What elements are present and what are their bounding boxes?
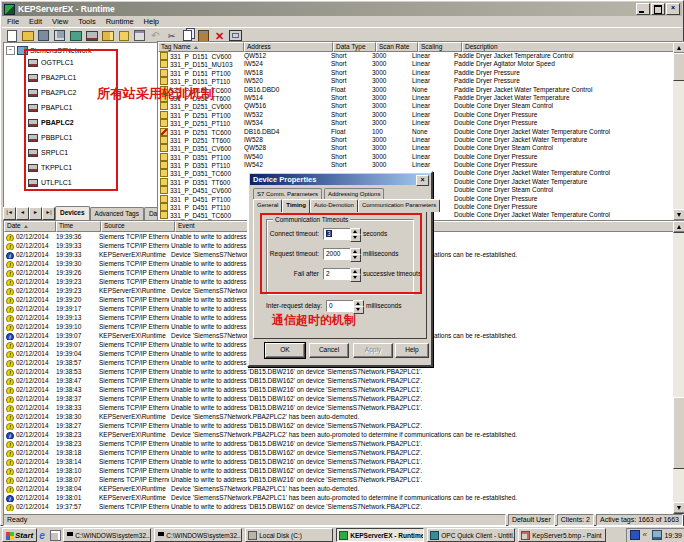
table-row[interactable]: 331_P_D351_PT110 IW542 Short 3000 Linear… [158, 161, 673, 169]
event-row[interactable]: 02/12/2014 19:38:27 Siemens TCP/IP Ether… [4, 421, 673, 430]
tree-item-device[interactable]: OGTPLC1 [28, 57, 74, 68]
spin-down-button[interactable] [350, 234, 361, 242]
event-row[interactable]: 02/12/2014 19:38:30 KEPServerEX\Runtime … [4, 412, 673, 421]
event-row[interactable]: 02/12/2014 19:38:37 Siemens TCP/IP Ether… [4, 394, 673, 403]
table-row[interactable]: 331_P_D151_TC600 DB16.DBD0 Float 3000 No… [158, 86, 673, 94]
tab-auto-demotion[interactable]: Auto-Demotion [310, 199, 358, 212]
tab-devices[interactable]: Devices [55, 206, 90, 220]
field-input[interactable]: 2000 [323, 248, 351, 260]
event-row[interactable]: 02/12/2014 19:38:33 Siemens TCP/IP Ether… [4, 403, 673, 412]
taskbar-cmd-1[interactable]: C:\WINDOWS\system32... [63, 528, 151, 542]
column-header-scan-rate[interactable]: Scan Rate [376, 42, 418, 52]
column-header-description[interactable]: Description [462, 42, 684, 52]
minimize-button[interactable] [636, 3, 650, 15]
cancel-button[interactable]: Cancel [309, 343, 349, 358]
taskbar-paint[interactable]: KepServer5.bmp - Paint [518, 528, 606, 542]
tree-item-device[interactable]: PBA2PLC2 [28, 87, 76, 98]
dialog-close-button[interactable]: × [416, 175, 429, 186]
tab-data-logger[interactable]: Data Lo [144, 207, 157, 220]
column-header-tag-name[interactable]: Tag Name [158, 42, 244, 52]
scroll-up-button[interactable] [673, 221, 684, 233]
menu-tools[interactable]: Tools [73, 17, 101, 26]
taskbar-cmd-2[interactable]: C:\WINDOWS\system32... [154, 528, 242, 542]
table-row[interactable]: 331_P_D151_TT600 IW514 Short 3000 Linear… [158, 94, 673, 102]
event-log-scrollbar[interactable] [673, 221, 684, 514]
tree-item-device[interactable]: PBBPLC1 [28, 132, 73, 143]
taskbar-opc-quick-client[interactable]: OPC Quick Client - Untitl... [427, 528, 515, 542]
tab-s7-comm-parameters[interactable]: S7 Comm. Parameters [253, 188, 322, 199]
menu-view[interactable]: View [47, 17, 73, 26]
event-row[interactable]: 02/12/2014 19:38:04 KEPServerEX\Runtime … [4, 484, 673, 493]
tree-item-device[interactable]: UTLPLC1 [28, 177, 72, 188]
column-header-time[interactable]: Time [56, 221, 101, 232]
menu-file[interactable]: File [2, 17, 24, 26]
scrollbar-thumb[interactable] [673, 53, 684, 81]
event-row[interactable]: 02/12/2014 19:38:23 Siemens TCP/IP Ether… [4, 439, 673, 448]
tree-item-device[interactable]: PBAPLC2 [28, 117, 74, 128]
save-as-icon[interactable] [52, 29, 67, 42]
table-row[interactable]: 331_P_D151_CV600 QW512 Short 3000 Linear… [158, 52, 673, 60]
dialog-title-bar[interactable]: Device Properties [250, 174, 430, 185]
column-header-data-type[interactable]: Data Type [333, 42, 376, 52]
quick-launch-show-desktop-icon[interactable] [50, 530, 61, 541]
save-project-icon[interactable] [36, 29, 51, 42]
start-button[interactable]: Start [2, 528, 37, 542]
table-row[interactable]: 331_P_D351_PT100 IW540 Short 3000 Linear… [158, 153, 673, 161]
table-row[interactable]: 331_P_D251_CV600 QW516 Short 3000 Linear… [158, 102, 673, 110]
tab-scroll-first-button[interactable]: |◄ [3, 207, 16, 220]
quick-launch-browser-icon[interactable]: e [39, 531, 48, 540]
network-icon[interactable] [652, 530, 662, 540]
properties-icon[interactable] [132, 29, 147, 42]
table-row[interactable]: 331_P_D251_TT600 IW528 Short 3000 Linear… [158, 136, 673, 144]
collapse-chevron-icon[interactable]: « [642, 531, 650, 539]
tab-addressing-options[interactable]: Addressing Options [324, 188, 384, 199]
menu-help[interactable]: Help [139, 17, 164, 26]
event-row[interactable]: 02/12/2014 19:38:14 Siemens TCP/IP Ether… [4, 457, 673, 466]
field-input[interactable]: 3 [323, 228, 351, 240]
restore-button[interactable] [651, 3, 665, 15]
tag-table-scrollbar[interactable] [673, 42, 684, 221]
event-row[interactable]: 02/12/2014 19:38:18 Siemens TCP/IP Ether… [4, 448, 673, 457]
tree-item-device[interactable]: PBAPLC1 [28, 102, 73, 113]
table-row[interactable]: 331_P_D151_PT100 IW518 Short 3000 Linear… [158, 69, 673, 77]
event-row[interactable]: 02/12/2014 19:38:47 Siemens TCP/IP Ether… [4, 376, 673, 385]
tab-scroll-prev-button[interactable]: ◄ [16, 207, 29, 220]
table-row[interactable]: 331_P_D151_PT110 IW520 Short 3000 Linear… [158, 77, 673, 85]
tree-item-device[interactable]: PBA2PLC1 [28, 72, 76, 83]
taskbar-kepserverex[interactable]: KEPServerEX - Runtime [336, 528, 424, 542]
column-header-date[interactable]: Date [4, 221, 56, 232]
apply-button[interactable]: Apply [353, 343, 393, 358]
table-row[interactable]: 331_P_D251_PT110 IW534 Short 3000 Linear… [158, 119, 673, 127]
table-row[interactable]: 331_P_D351_CV600 QW528 Short 3000 Linear… [158, 144, 673, 152]
event-row[interactable]: 02/12/2014 19:38:43 Siemens TCP/IP Ether… [4, 385, 673, 394]
new-project-icon[interactable] [4, 29, 19, 42]
close-button[interactable]: × [666, 3, 680, 15]
event-row[interactable]: 02/12/2014 19:38:53 Siemens TCP/IP Ether… [4, 367, 673, 376]
event-row[interactable]: 02/12/2014 19:38:01 KEPServerEX\Runtime … [4, 493, 673, 502]
tab-scroll-last-button[interactable]: ►| [42, 207, 55, 220]
inter-request-delay-input[interactable]: 0 [326, 300, 354, 312]
tab-scroll-next-button[interactable]: ► [29, 207, 42, 220]
spin-down-button[interactable] [350, 274, 361, 282]
scroll-down-button[interactable] [673, 502, 684, 514]
tab-general[interactable]: General [253, 199, 282, 212]
tab-timing[interactable]: Timing [282, 199, 310, 213]
column-header-address[interactable]: Address [244, 42, 333, 52]
table-row[interactable]: 331_P_D251_PT100 IW532 Short 3000 Linear… [158, 111, 673, 119]
title-bar[interactable]: KEPServerEX - Runtime × [2, 2, 682, 16]
new-device-icon[interactable] [84, 29, 99, 42]
event-row[interactable]: 02/12/2014 19:38:23 KEPServerEX\Runtime … [4, 430, 673, 439]
event-row[interactable]: 02/12/2014 19:37:57 Siemens TCP/IP Ether… [4, 502, 673, 511]
new-tag-icon[interactable] [116, 29, 131, 42]
spin-down-button[interactable] [350, 254, 361, 262]
ok-button[interactable]: OK [265, 343, 305, 358]
open-project-icon[interactable] [20, 29, 35, 42]
tree-root-channel[interactable]: − SiemensS7Network [6, 45, 91, 56]
help-button[interactable]: Help [395, 343, 429, 358]
table-row[interactable]: 331_P_D151_MU103 IW524 Short 3000 Linear… [158, 60, 673, 68]
menu-runtime[interactable]: Runtime [101, 17, 139, 26]
new-channel-icon[interactable] [68, 29, 83, 42]
column-header-source[interactable]: Source [101, 221, 175, 232]
column-header-scaling[interactable]: Scaling [418, 42, 462, 52]
scrollbar-thumb[interactable] [673, 397, 684, 469]
